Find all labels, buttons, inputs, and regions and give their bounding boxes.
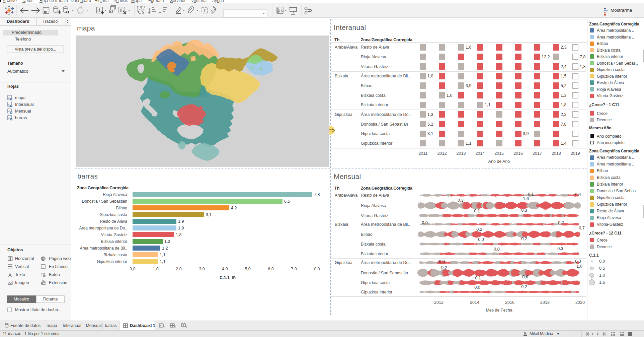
svg-text:A: A	[8, 272, 12, 278]
